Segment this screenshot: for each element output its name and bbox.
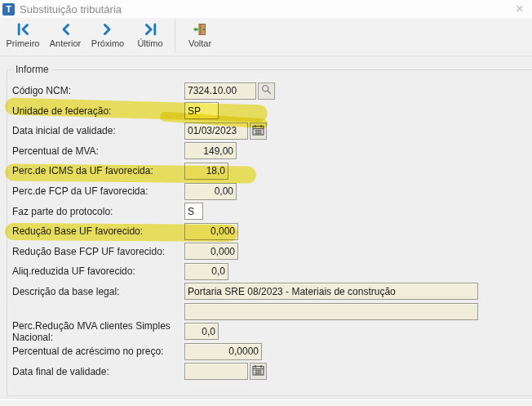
toolbar-button-label: Anterior [50,38,82,48]
faz-parte-protocolo-input[interactable] [184,203,203,220]
percentual-acrescimo-preco-input[interactable] [184,343,262,360]
field-label-perc-fcp-uf-favorecida: Perc.de FCP da UF favorecida: [12,185,184,197]
perc-reducao-mva-simples-input[interactable] [184,323,219,340]
first-button[interactable]: Primeiro [2,18,44,56]
reducao-base-uf-favorecido-input[interactable] [184,223,238,240]
field-label-percentual-acrescimo-preco: Percentual de acréscimo no preço: [12,346,184,357]
field-wrap [184,283,478,300]
field-wrap [184,303,478,320]
field-label-perc-reducao-mva-simples: Perc.Redução MVA clientes Simples Nacion… [12,320,184,343]
field-wrap [184,343,262,360]
app-icon: T [2,3,15,16]
field-wrap [184,142,237,159]
field-wrap [184,263,228,280]
navigation-toolbar: PrimeiroAnteriorPróximoÚltimoVoltar [0,18,532,56]
previous-button[interactable]: Anterior [44,18,86,56]
window-title: Substituição tributária [20,3,122,16]
field-wrap [184,102,219,119]
data-final-validade-input[interactable] [184,363,248,380]
previous-icon [60,21,70,38]
last-button[interactable]: Último [129,18,171,56]
close-icon[interactable]: × [516,1,524,17]
aliq-reduzida-uf-input[interactable] [184,263,228,280]
toolbar-button-label: Voltar [188,38,211,48]
title-bar: T Substituição tributária × [0,0,532,19]
field-label-descricao-base-legal: Descrição da base legal: [12,286,184,297]
back-button[interactable]: Voltar [179,18,221,56]
toolbar-separator [175,20,175,53]
form-row-percentual-mva: Percentual de MVA: [12,141,529,162]
form-row-descricao-base-legal: Descrição da base legal: [12,281,529,301]
field-wrap [184,163,228,180]
field-label-aliq-reduzida-uf: Aliq.reduzida UF favorecido: [12,265,184,277]
form-row-descricao-base-legal-2 [12,301,529,322]
field-wrap [184,83,275,100]
field-label-unidade-federacao: Unidade de federação: [12,105,184,117]
field-wrap [184,183,237,200]
field-wrap [184,223,238,240]
form-row-percentual-acrescimo-preco: Percentual de acréscimo no preço: [12,341,529,362]
toolbar-button-label: Primeiro [7,38,40,48]
calendar-icon [252,364,264,378]
form-row-data-final-validade: Data final de validade: [12,362,529,382]
form-row-faz-parte-protocolo: Faz parte do protocolo: [12,201,529,221]
groupbox-title: Informe [12,64,52,75]
perc-icms-uf-favorecida-input[interactable] [184,163,228,180]
field-wrap [184,363,267,380]
field-label-perc-icms-uf-favorecida: Perc.de ICMS da UF favorecida: [12,165,184,176]
field-label-data-final-validade: Data final de validade: [12,366,184,377]
field-label-codigo-ncm: Código NCM: [12,85,184,96]
toolbar-button-label: Último [137,38,162,48]
next-icon [103,21,113,38]
data-inicial-validade-calendar-button[interactable] [250,123,267,140]
form-row-reducao-base-uf-favorecido: Redução Base UF favorecido: [12,221,529,242]
unidade-federacao-input[interactable] [184,102,219,119]
reducao-base-fcp-uf-input[interactable] [184,243,238,260]
form-row-perc-icms-uf-favorecida: Perc.de ICMS da UF favorecida: [12,161,529,181]
form-row-data-inicial-validade: Data inicial de validade: [12,121,529,141]
first-icon [16,21,30,38]
field-label-percentual-mva: Percentual de MVA: [12,145,184,157]
field-wrap [184,123,267,140]
field-label-reducao-base-uf-favorecido: Redução Base UF favorecido: [12,225,184,237]
descricao-base-legal-input[interactable] [184,283,478,300]
toolbar-button-label: Próximo [91,38,124,48]
form-row-unidade-federacao: Unidade de federação: [12,101,529,122]
field-label-data-inicial-validade: Data inicial de validade: [12,125,184,136]
codigo-ncm-search-button[interactable] [258,83,275,100]
informe-groupbox: Informe Código NCM:Unidade de federação:… [7,69,532,396]
back-icon [193,21,207,38]
form-area: Informe Código NCM:Unidade de federação:… [0,56,532,399]
calendar-icon [252,124,264,138]
bottom-strip [0,399,532,406]
last-icon [144,21,157,38]
form-row-codigo-ncm: Código NCM: [12,81,529,101]
next-button[interactable]: Próximo [86,18,129,56]
form-row-reducao-base-fcp-uf: Redução Base FCP UF favorecido: [12,241,529,261]
percentual-mva-input[interactable] [184,142,237,159]
descricao-base-legal-2-input[interactable] [184,303,478,320]
search-icon [261,84,272,97]
field-wrap [184,203,203,220]
field-wrap [184,323,219,340]
form-row-perc-fcp-uf-favorecida: Perc.de FCP da UF favorecida: [12,181,529,202]
field-wrap [184,243,238,260]
form-row-perc-reducao-mva-simples: Perc.Redução MVA clientes Simples Nacion… [12,322,529,342]
form-row-aliq-reduzida-uf: Aliq.reduzida UF favorecido: [12,261,529,282]
perc-fcp-uf-favorecida-input[interactable] [184,183,237,200]
field-label-faz-parte-protocolo: Faz parte do protocolo: [12,206,184,217]
form-rows: Código NCM:Unidade de federação:Data ini… [12,81,529,381]
codigo-ncm-input[interactable] [184,83,256,100]
field-label-reducao-base-fcp-uf: Redução Base FCP UF favorecido: [12,246,184,257]
data-inicial-validade-input[interactable] [184,123,248,140]
data-final-validade-calendar-button[interactable] [250,363,267,380]
